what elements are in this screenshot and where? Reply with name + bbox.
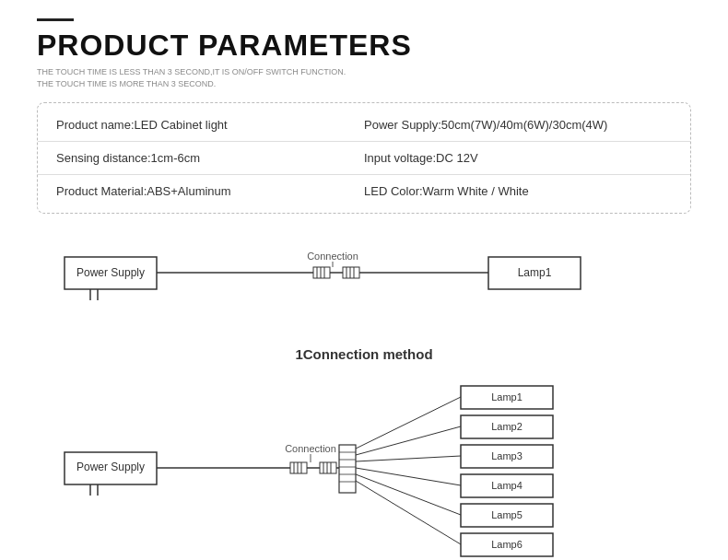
svg-text:Lamp2: Lamp2 <box>491 421 523 432</box>
params-cell-material: Product Material:ABS+Aluminum <box>56 184 364 198</box>
power-supply-label-1: Power Supply <box>76 266 145 279</box>
params-row-2: Sensing distance:1cm-6cm Input voltage:D… <box>38 142 690 175</box>
diagram1-section: Power Supply Lamp1 Connecti <box>37 234 691 362</box>
svg-rect-27 <box>320 462 336 473</box>
diagram1-caption: 1Connection method <box>37 346 691 362</box>
header-decoration <box>37 18 74 21</box>
svg-text:Connection: Connection <box>285 443 336 454</box>
diagram2-svg: Power Supply Connection <box>37 379 691 560</box>
params-row-1: Product name:LED Cabinet light Power Sup… <box>38 109 690 142</box>
params-table: Product name:LED Cabinet light Power Sup… <box>37 102 691 214</box>
params-cell-color: LED Color:Warm White / White <box>364 184 672 198</box>
svg-line-43 <box>356 468 461 485</box>
diagram2-section: Power Supply Connection <box>37 379 691 560</box>
svg-text:Lamp3: Lamp3 <box>491 450 523 461</box>
diagram1-wrap: Power Supply Lamp1 Connecti <box>37 234 691 344</box>
subtitle: THE TOUCH TIME IS LESS THAN 3 SECOND,IT … <box>37 66 691 89</box>
diagram1-svg: Power Supply Lamp1 Connecti <box>37 234 691 326</box>
svg-text:Connection: Connection <box>307 251 358 262</box>
svg-text:Power Supply: Power Supply <box>76 461 145 473</box>
svg-line-45 <box>356 481 461 544</box>
svg-rect-3 <box>313 267 330 278</box>
params-row-3: Product Material:ABS+Aluminum LED Color:… <box>38 175 690 207</box>
diagram2-wrap: Power Supply Connection <box>37 379 691 560</box>
svg-rect-22 <box>290 462 307 473</box>
params-cell-voltage: Input voltage:DC 12V <box>364 151 672 165</box>
svg-rect-8 <box>343 267 359 278</box>
svg-text:Lamp5: Lamp5 <box>491 509 523 520</box>
params-cell-sensing: Sensing distance:1cm-6cm <box>56 151 364 165</box>
svg-text:Lamp1: Lamp1 <box>518 266 552 279</box>
svg-line-44 <box>356 474 461 515</box>
svg-text:Lamp6: Lamp6 <box>491 539 523 550</box>
svg-line-42 <box>356 456 461 461</box>
page-title: PRODUCT PARAMETERS <box>37 29 691 63</box>
svg-text:Lamp4: Lamp4 <box>491 480 523 491</box>
svg-text:Lamp1: Lamp1 <box>491 391 523 402</box>
params-cell-power: Power Supply:50cm(7W)/40m(6W)/30cm(4W) <box>364 118 672 132</box>
params-cell-name: Product name:LED Cabinet light <box>56 118 364 132</box>
